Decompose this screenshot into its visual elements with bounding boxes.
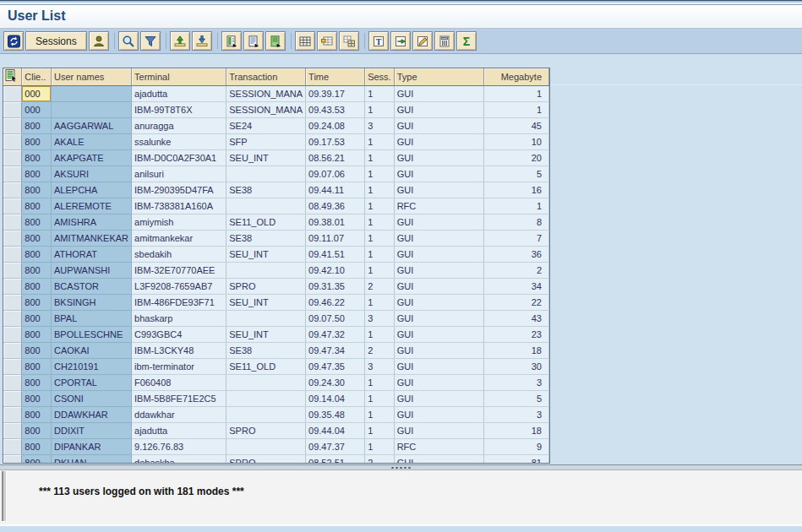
cell-transaction[interactable]: SEU_INT	[226, 246, 306, 262]
row-selector[interactable]	[3, 85, 22, 101]
cell-user[interactable]: DDAWKHAR	[52, 406, 132, 422]
cell-terminal[interactable]: F060408	[132, 374, 226, 390]
cell-type[interactable]: GUI	[394, 246, 483, 262]
cell-user[interactable]: BPOLLESCHNE	[52, 326, 132, 342]
row-selector[interactable]	[3, 166, 22, 182]
cell-type[interactable]: GUI	[394, 262, 483, 278]
row-selector[interactable]	[3, 262, 22, 278]
find-button[interactable]	[118, 31, 139, 51]
cell-user[interactable]: DDIXIT	[52, 422, 132, 438]
cell-time[interactable]: 09.43.53	[306, 101, 365, 117]
row-selector[interactable]	[3, 117, 22, 133]
cell-transaction[interactable]: SPRO	[226, 454, 306, 464]
column-header-megabyte[interactable]: Megabyte	[483, 68, 548, 85]
cell-type[interactable]: GUI	[394, 342, 483, 358]
cell-terminal[interactable]: anilsuri	[132, 166, 226, 182]
cell-sessions[interactable]: 2	[365, 342, 395, 358]
cell-sessions[interactable]: 3	[365, 310, 395, 326]
cell-terminal[interactable]: sbedakih	[132, 246, 226, 262]
cell-transaction[interactable]: SESSION_MANA	[226, 101, 306, 117]
cell-sessions[interactable]: 1	[365, 182, 395, 198]
grid-view-button[interactable]	[295, 31, 315, 51]
row-selector[interactable]	[3, 310, 22, 326]
cell-sessions[interactable]: 1	[365, 374, 395, 390]
word-processing-button[interactable]: T	[368, 31, 389, 51]
cell-megabyte[interactable]: 23	[483, 326, 548, 342]
cell-megabyte[interactable]: 8	[483, 214, 548, 230]
cell-megabyte[interactable]: 30	[483, 358, 548, 374]
cell-sessions[interactable]: 1	[365, 390, 395, 406]
send-list-button[interactable]	[265, 31, 286, 51]
cell-terminal[interactable]: 9.126.76.83	[132, 438, 226, 454]
cell-client[interactable]: 800	[22, 374, 52, 390]
column-header-client[interactable]: Clie..	[22, 68, 52, 85]
cell-megabyte[interactable]: 5	[483, 166, 548, 182]
cell-sessions[interactable]: 1	[365, 246, 395, 262]
cell-client[interactable]: 800	[22, 246, 52, 262]
sort-ascending-button[interactable]	[170, 31, 190, 51]
cell-client[interactable]: 800	[22, 310, 52, 326]
cell-client[interactable]: 800	[22, 230, 52, 246]
user-button[interactable]	[89, 31, 109, 51]
cell-time[interactable]: 09.42.10	[306, 262, 365, 278]
cell-user[interactable]: AKSURI	[52, 166, 132, 182]
cell-type[interactable]: GUI	[394, 85, 483, 101]
print-preview-button[interactable]	[221, 31, 242, 51]
cell-sessions[interactable]: 1	[365, 101, 395, 117]
cell-user[interactable]	[52, 101, 132, 117]
cell-megabyte[interactable]: 2	[483, 262, 548, 278]
row-selector[interactable]	[3, 230, 22, 246]
row-selector[interactable]	[3, 294, 22, 310]
cell-megabyte[interactable]: 20	[483, 149, 548, 166]
cell-megabyte[interactable]: 16	[483, 182, 548, 198]
cell-transaction[interactable]: SE11_OLD	[226, 358, 306, 374]
cell-transaction[interactable]	[226, 374, 306, 390]
cell-time[interactable]: 09.11.07	[306, 230, 365, 246]
cell-time[interactable]: 08.56.21	[306, 149, 365, 166]
cell-sessions[interactable]: 1	[365, 85, 395, 101]
cell-client[interactable]: 800	[22, 117, 52, 133]
cell-type[interactable]: GUI	[394, 166, 483, 182]
cell-sessions[interactable]: 1	[365, 406, 395, 422]
change-layout-button[interactable]	[412, 31, 433, 51]
cell-terminal[interactable]: dehaskha	[132, 454, 226, 464]
cell-user[interactable]: CSONI	[52, 390, 132, 406]
abc-analysis-button[interactable]	[434, 31, 455, 51]
cell-client[interactable]: 800	[22, 278, 52, 294]
cell-terminal[interactable]: C993GBC4	[132, 326, 226, 342]
cell-transaction[interactable]: SESSION_MANA	[226, 85, 306, 101]
cell-transaction[interactable]	[226, 438, 306, 454]
cell-user[interactable]: ATHORAT	[52, 246, 132, 262]
cell-time[interactable]: 09.47.37	[306, 438, 365, 454]
cell-terminal[interactable]: amitmankekar	[132, 230, 226, 246]
cell-transaction[interactable]	[226, 390, 306, 406]
cell-terminal[interactable]: IBM-L3CKY48	[132, 342, 226, 358]
cell-sessions[interactable]: 1	[365, 438, 395, 454]
cell-type[interactable]: GUI	[394, 294, 483, 310]
row-selector[interactable]	[3, 326, 22, 342]
cell-client[interactable]: 000	[22, 101, 52, 117]
cell-user[interactable]: DIPANKAR	[52, 438, 132, 454]
cell-client[interactable]: 800	[22, 133, 52, 149]
cell-client[interactable]: 800	[22, 438, 52, 454]
cell-time[interactable]: 09.39.17	[306, 85, 365, 101]
cell-megabyte[interactable]: 9	[483, 438, 548, 454]
cell-transaction[interactable]: SEU_INT	[226, 326, 306, 342]
cell-megabyte[interactable]: 43	[483, 310, 548, 326]
column-header-time[interactable]: Time	[306, 68, 365, 85]
cell-terminal[interactable]: ibm-terminator	[132, 358, 226, 374]
cell-user[interactable]: ALEREMOTE	[52, 198, 132, 214]
cell-transaction[interactable]	[226, 406, 306, 422]
cell-megabyte[interactable]: 3	[483, 406, 548, 422]
cell-transaction[interactable]: SPRO	[226, 278, 306, 294]
cell-type[interactable]: GUI	[394, 214, 483, 230]
row-selector[interactable]	[3, 214, 22, 230]
cell-sessions[interactable]: 3	[365, 117, 395, 133]
cell-client[interactable]: 800	[22, 149, 52, 166]
column-header-terminal[interactable]: Terminal	[132, 68, 226, 85]
cell-type[interactable]: GUI	[394, 310, 483, 326]
cell-time[interactable]: 09.41.51	[306, 246, 365, 262]
cell-type[interactable]: RFC	[394, 438, 483, 454]
cell-sessions[interactable]: 1	[365, 214, 395, 230]
cell-time[interactable]: 09.38.01	[306, 214, 365, 230]
